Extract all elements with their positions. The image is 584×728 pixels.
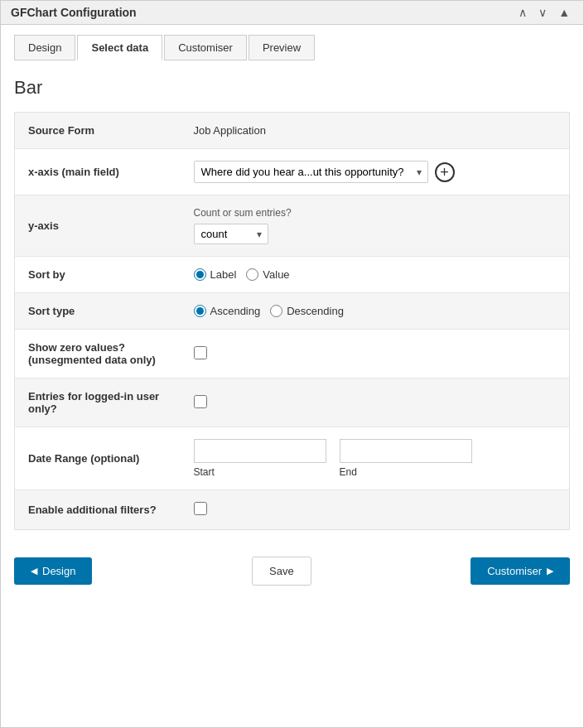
scroll-up-button[interactable]: ∧ [515,6,530,19]
main-content: Design Select data Customiser Preview Ba… [1,25,583,727]
sort-by-value-option[interactable]: Value [246,268,289,281]
footer: Design Save Customiser [14,543,570,592]
tab-select-data[interactable]: Select data [77,35,162,60]
additional-filters-checkbox[interactable] [194,502,207,515]
date-start-label: Start [194,466,326,478]
tab-customiser[interactable]: Customiser [164,35,247,60]
show-zero-row: Show zero values? (unsegmented data only… [15,330,570,378]
sort-by-label-radio[interactable] [194,268,206,281]
title-bar: GFChart Configuration ∧ ∨ ▲ [1,1,583,25]
sort-by-row: Sort by Label Value [15,257,570,293]
date-start-input[interactable] [194,439,326,463]
tab-bar: Design Select data Customiser Preview [14,35,570,60]
sort-type-radio-group: Ascending Descending [194,305,557,317]
main-window: GFChart Configuration ∧ ∨ ▲ Design Selec… [0,0,584,728]
ascending-text: Ascending [210,305,261,317]
x-axis-select-container: Where did you hear a...ut this opportuni… [194,161,428,183]
sort-type-label: Sort type [15,293,181,330]
source-form-value: Job Application [194,124,266,137]
window-title: GFChart Configuration [11,6,137,19]
sort-by-value-radio[interactable] [246,268,258,281]
page-title: Bar [14,77,570,99]
save-button-label: Save [269,565,294,577]
date-start-wrap: Start [194,439,326,478]
count-select-container: count sum [194,224,268,244]
source-form-label: Source Form [15,113,181,149]
x-axis-controls: Where did you hear a...ut this opportuni… [194,161,455,183]
descending-radio[interactable] [270,305,282,317]
date-end-input[interactable] [340,439,472,463]
y-axis-row: y-axis Count or sum entries? count sum [15,195,570,257]
customiser-button[interactable]: Customiser [471,557,570,585]
window-controls: ∧ ∨ ▲ [515,6,573,19]
sort-by-value-text: Value [263,268,289,281]
customiser-button-label: Customiser [487,565,542,577]
tab-preview[interactable]: Preview [249,35,315,60]
show-zero-label: Show zero values? (unsegmented data only… [15,330,181,378]
date-range-label: Date Range (optional) [15,427,181,490]
x-axis-row: x-axis (main field) Where did you hear a… [15,149,570,195]
design-button[interactable]: Design [14,557,92,585]
descending-option[interactable]: Descending [270,305,344,317]
date-end-wrap: End [340,439,472,478]
scroll-down-button[interactable]: ∨ [535,6,550,19]
sort-by-label-text: Label [210,268,237,281]
sort-by-label: Sort by [15,257,181,293]
expand-button[interactable]: ▲ [555,6,573,19]
sort-by-radio-group: Label Value [194,268,557,281]
save-button[interactable]: Save [252,557,311,586]
ascending-radio[interactable] [194,305,206,317]
source-form-row: Source Form Job Application [15,113,570,149]
design-button-label: Design [42,565,75,577]
y-axis-sublabel: Count or sum entries? [194,207,557,219]
logged-in-label: Entries for logged-in user only? [15,378,181,427]
logged-in-row: Entries for logged-in user only? [15,378,570,427]
logged-in-checkbox[interactable] [194,395,207,408]
x-axis-select[interactable]: Where did you hear a...ut this opportuni… [194,161,428,183]
date-range-row: Date Range (optional) Start End [15,427,570,490]
sort-by-label-option[interactable]: Label [194,268,237,281]
date-range-group: Start End [194,439,557,478]
additional-filters-row: Enable additional filters? [15,490,570,530]
x-axis-add-button[interactable]: + [435,162,455,182]
ascending-option[interactable]: Ascending [194,305,261,317]
descending-text: Descending [287,305,344,317]
count-select[interactable]: count sum [194,224,268,244]
x-axis-label: x-axis (main field) [15,149,181,195]
show-zero-checkbox[interactable] [194,346,207,359]
config-table: Source Form Job Application x-axis (main… [14,112,570,530]
y-axis-label: y-axis [15,195,181,257]
sort-type-row: Sort type Ascending Descending [15,293,570,330]
additional-filters-label: Enable additional filters? [15,490,181,530]
date-end-label: End [340,466,472,478]
tab-design[interactable]: Design [14,35,75,60]
